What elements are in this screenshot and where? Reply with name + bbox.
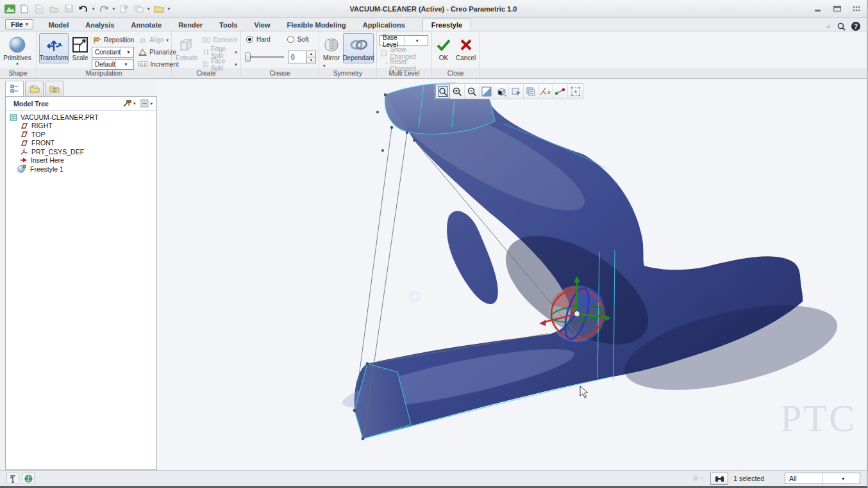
zoom-in-button[interactable] bbox=[450, 84, 465, 99]
csys-icon bbox=[20, 148, 28, 156]
tree-settings-button[interactable]: ▾ bbox=[140, 99, 153, 108]
tab-freestyle[interactable]: Freestyle bbox=[422, 19, 471, 31]
selection-count: 1 selected bbox=[733, 475, 764, 482]
refit-button[interactable] bbox=[435, 84, 450, 99]
filter-dropdown-icon: ▼ bbox=[822, 473, 860, 484]
freestyle-model[interactable] bbox=[339, 82, 845, 439]
svg-text:0.1: 0.1 bbox=[140, 62, 146, 67]
hard-radio[interactable]: Hard bbox=[246, 36, 271, 43]
tree-row-front[interactable]: FRONT bbox=[6, 139, 156, 148]
new-icon[interactable] bbox=[19, 3, 30, 15]
close-button[interactable] bbox=[850, 4, 863, 13]
repaint-button[interactable] bbox=[480, 84, 494, 99]
crease-spin-up-icon[interactable]: ▲ bbox=[307, 51, 315, 57]
cancel-button[interactable]: Cancel bbox=[455, 33, 477, 63]
show-changed-button[interactable]: Show Changed bbox=[380, 47, 429, 58]
drag-mode-combo[interactable]: Constant▼ bbox=[92, 47, 134, 58]
in-graphics-toolbar: x bbox=[435, 83, 583, 99]
search-icon[interactable] bbox=[837, 22, 846, 31]
model-tree-title: Model Tree bbox=[13, 100, 49, 108]
tab-tools[interactable]: Tools bbox=[211, 19, 246, 31]
mirror-button[interactable]: Mirror ▾ bbox=[322, 33, 341, 70]
tab-render[interactable]: Render bbox=[170, 19, 211, 31]
crease-slider[interactable] bbox=[246, 56, 284, 58]
close-window-icon[interactable] bbox=[153, 3, 165, 15]
group-crease: Hard Soft ▲▼ Crease bbox=[241, 31, 319, 78]
filter-combo[interactable]: All▼ bbox=[785, 473, 860, 484]
datum-display-button[interactable]: x bbox=[538, 84, 553, 99]
connect-button[interactable]: Connect bbox=[201, 35, 238, 45]
ribbon: Primitives ▾ Shape Transform Scale bbox=[0, 31, 867, 79]
datum-plane-icon bbox=[20, 131, 28, 138]
dependant-button[interactable]: Dependant bbox=[343, 33, 374, 63]
tree-filters-button[interactable]: ▾ bbox=[122, 99, 136, 108]
new-object-icon[interactable] bbox=[33, 3, 45, 15]
tree-row-top[interactable]: TOP bbox=[6, 130, 156, 139]
tree-row-part[interactable]: VACUUM-CLEANER.PRT bbox=[6, 113, 156, 122]
group-label-multi-level: Multi Level bbox=[377, 69, 431, 78]
spin-center-button[interactable] bbox=[568, 84, 583, 99]
group-symmetry: Mirror ▾ Dependant Symmetry bbox=[319, 31, 377, 78]
find-button[interactable] bbox=[710, 473, 728, 485]
file-menu-button[interactable]: File▾ bbox=[5, 19, 33, 29]
scale-button[interactable]: Scale bbox=[71, 33, 90, 63]
view-manager-button[interactable] bbox=[524, 84, 538, 99]
tab-flexible-modeling[interactable]: Flexible Modeling bbox=[278, 19, 354, 31]
graphics-area[interactable]: x PTC bbox=[157, 79, 867, 470]
favorites-tab[interactable] bbox=[45, 81, 63, 96]
windows-dropdown-icon[interactable]: ▾ bbox=[147, 6, 150, 12]
group-manipulation: Transform Scale Reposition Constant▼ Def… bbox=[37, 31, 172, 78]
tab-model[interactable]: Model bbox=[40, 19, 77, 31]
tree-row-csys[interactable]: PRT_CSYS_DEF bbox=[6, 147, 156, 156]
tab-applications[interactable]: Applications bbox=[355, 19, 413, 31]
minimize-button[interactable] bbox=[812, 4, 824, 13]
scale-icon bbox=[72, 35, 88, 54]
transform-button[interactable]: Transform bbox=[39, 33, 69, 63]
tree-row-insert-here[interactable]: Insert Here bbox=[6, 156, 156, 165]
selection-filter-icon[interactable] bbox=[6, 473, 19, 484]
crease-spin-down-icon[interactable]: ▼ bbox=[307, 57, 315, 63]
group-label-create: Create bbox=[172, 69, 240, 78]
crease-slider-thumb[interactable] bbox=[245, 52, 251, 62]
open-icon[interactable] bbox=[48, 3, 60, 15]
crease-value-input[interactable] bbox=[288, 51, 307, 63]
modify-icon[interactable] bbox=[118, 3, 129, 15]
restore-button[interactable] bbox=[831, 4, 844, 13]
tab-analysis[interactable]: Analysis bbox=[77, 19, 122, 31]
base-level-combo[interactable]: Base Level▼ bbox=[380, 35, 428, 46]
edge-split-button[interactable]: Edge Split▾ bbox=[201, 47, 238, 58]
app-logo-icon[interactable] bbox=[4, 3, 15, 15]
soft-radio[interactable]: Soft bbox=[287, 36, 309, 43]
saved-orientations-button[interactable] bbox=[509, 84, 524, 99]
redo-icon[interactable] bbox=[98, 3, 110, 15]
globe-icon[interactable] bbox=[22, 473, 35, 484]
display-style-button[interactable] bbox=[494, 84, 509, 99]
group-create: Extrude Connect Edge Split▾ Face Split▾ bbox=[172, 31, 241, 78]
freestyle-feature-icon bbox=[17, 165, 27, 173]
model-tree-tab[interactable] bbox=[5, 81, 24, 96]
qat-overflow-icon[interactable]: ▾ bbox=[168, 6, 171, 12]
extrude-button[interactable]: Extrude bbox=[174, 33, 199, 63]
model-canvas[interactable] bbox=[157, 79, 868, 472]
collapse-ribbon-icon[interactable]: ▲ bbox=[826, 23, 831, 29]
tree-row-right[interactable]: RIGHT bbox=[6, 122, 156, 131]
annotation-display-button[interactable] bbox=[553, 84, 568, 99]
tab-annotate[interactable]: Annotate bbox=[123, 19, 171, 31]
ok-button[interactable]: OK bbox=[435, 33, 453, 63]
folder-browser-tab[interactable] bbox=[25, 81, 44, 96]
tab-view[interactable]: View bbox=[246, 19, 279, 31]
windows-icon[interactable] bbox=[133, 3, 144, 15]
reposition-button[interactable]: Reposition bbox=[92, 35, 135, 45]
hard-radio-dot bbox=[246, 36, 253, 43]
redo-dropdown-icon[interactable]: ▾ bbox=[113, 6, 115, 12]
transform-icon bbox=[45, 35, 63, 54]
undo-dropdown-icon[interactable]: ▾ bbox=[92, 6, 95, 12]
zoom-out-button[interactable] bbox=[465, 84, 480, 99]
soft-radio-dot bbox=[287, 36, 294, 43]
save-icon[interactable] bbox=[63, 3, 74, 15]
tree-row-freestyle[interactable]: Freestyle 1 bbox=[6, 165, 156, 174]
face-split-icon bbox=[202, 61, 208, 68]
help-icon[interactable]: ? bbox=[851, 22, 860, 31]
primitives-button[interactable]: Primitives ▾ bbox=[3, 33, 32, 69]
undo-icon[interactable] bbox=[78, 3, 89, 15]
